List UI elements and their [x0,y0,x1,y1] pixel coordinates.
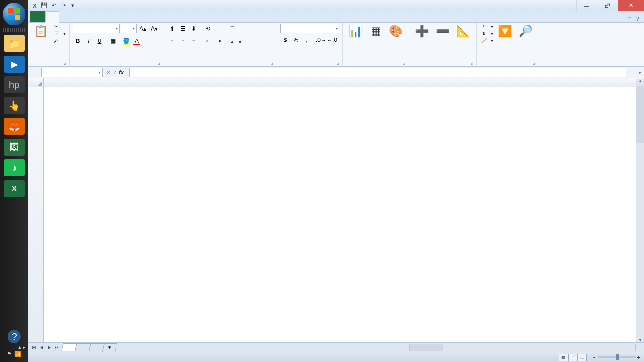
fill-button[interactable]: ⬇ ▾ [479,31,494,37]
cancel-formula-icon[interactable]: ✕ [107,69,111,75]
font-color-button[interactable]: A [132,36,142,46]
file-tab[interactable] [30,11,45,22]
taskbar-media-player[interactable]: ▶ [4,56,25,73]
decrease-decimal-icon[interactable]: ←.0 [327,35,337,45]
tab-review[interactable] [112,11,125,22]
taskbar-help[interactable]: ? [8,330,21,343]
cut-button[interactable]: ✂ [52,24,66,30]
svg-rect-2 [8,15,14,20]
wrap-text-button[interactable]: ↩ [228,24,242,30]
page-break-view-icon[interactable]: ▭ [578,354,587,361]
tab-data[interactable] [99,11,112,22]
sheet-tabs-bar: ⏮ ◀ ▶ ⏭ ✶ [28,342,644,352]
zoom-out-icon[interactable]: − [593,354,595,360]
ribbon-group-font: A▴ A▾ B I U ▦ 🪣 A [70,23,164,66]
format-as-table-button[interactable]: ▦ [366,24,385,40]
first-sheet-icon[interactable]: ⏮ [30,345,38,350]
border-button[interactable]: ▦ [107,36,118,46]
copy-button[interactable]: 📄 ▾ [52,31,66,37]
minimize-button[interactable]: — [576,0,597,11]
decrease-font-icon[interactable]: A▾ [149,24,159,34]
delete-cells-button[interactable]: ➖ [433,24,453,40]
vertical-scrollbar[interactable] [636,79,644,342]
redo-icon[interactable]: ↷ [59,2,67,9]
ribbon-group-editing: Σ ▾ ⬇ ▾ 🧹 ▾ 🔽 🔎 [477,23,538,66]
normal-view-icon[interactable]: ▦ [559,354,568,361]
insert-cells-button[interactable]: ➕ [412,24,432,40]
increase-indent-icon[interactable]: ⇥ [214,36,224,46]
formula-bar: ✕ ✓ fx ▾ [28,67,644,78]
name-box[interactable] [41,68,103,77]
fx-icon[interactable]: fx [119,69,124,75]
format-painter-button[interactable]: 🖌 [52,38,66,44]
zoom-slider[interactable] [598,356,636,358]
taskbar-show-hidden[interactable]: ▲ ▸ [0,345,28,350]
ribbon-minimize-icon[interactable]: ⌃ [627,16,632,22]
cells-area[interactable] [44,87,644,342]
align-bottom-icon[interactable]: ⬇ [189,24,199,34]
comma-icon[interactable]: , [302,35,312,45]
tray-icons[interactable]: ⚑📶 [6,350,22,358]
expand-formula-bar[interactable]: ▾ [636,70,644,75]
format-cells-button[interactable]: 📐 [454,24,473,40]
cell-styles-button[interactable]: 🎨 [386,24,406,40]
formula-input[interactable] [129,68,626,77]
maximize-button[interactable]: 🗗 [597,0,618,11]
taskbar-excel[interactable]: X [4,180,25,197]
align-center-icon[interactable]: ≡ [178,36,188,46]
new-sheet-icon: ✶ [107,345,112,351]
clear-button[interactable]: 🧹 ▾ [479,38,494,44]
percent-icon[interactable]: % [291,35,301,45]
italic-button[interactable]: I [83,36,94,46]
taskbar-spotify[interactable]: ♪ [4,159,25,176]
prev-sheet-icon[interactable]: ◀ [38,345,45,350]
save-icon[interactable]: 💾 [41,2,48,9]
taskbar-photos[interactable]: 🖼 [4,139,25,156]
help-icon[interactable]: ? [636,16,639,22]
start-button[interactable] [3,3,25,25]
number-format-combo[interactable] [280,24,339,33]
select-all-corner[interactable] [28,78,44,87]
tab-view[interactable] [125,11,139,22]
undo-icon[interactable]: ↶ [50,2,58,9]
autosum-button[interactable]: Σ ▾ [479,24,494,30]
fill-color-button[interactable]: 🪣 [121,36,131,46]
last-sheet-icon[interactable]: ⏭ [53,345,60,350]
currency-icon[interactable]: $ [280,35,290,45]
tab-page-layout[interactable] [73,11,86,22]
taskbar-firefox[interactable]: 🦊 [4,118,25,135]
font-name-combo[interactable] [73,24,120,33]
align-right-icon[interactable]: ≡ [189,36,199,46]
taskbar-explorer[interactable]: 📁 [4,35,25,52]
font-size-combo[interactable] [121,24,137,33]
flag-icon: ⚑ [7,351,12,357]
tab-home[interactable] [45,11,59,23]
zoom-control[interactable]: − + [591,354,640,360]
align-left-icon[interactable]: ≡ [167,36,177,46]
next-sheet-icon[interactable]: ▶ [45,345,53,350]
enter-formula-icon[interactable]: ✓ [113,69,117,75]
taskbar-hp[interactable]: hp [4,76,25,93]
orientation-icon[interactable]: ⟲ [203,24,213,34]
align-middle-icon[interactable]: ☰ [178,24,188,34]
conditional-formatting-button[interactable]: 📊 [346,24,365,40]
paste-button[interactable]: 📋 ▾ [31,24,51,44]
horizontal-scrollbar[interactable] [409,344,636,351]
zoom-in-icon[interactable]: + [637,354,640,360]
sort-filter-button[interactable]: 🔽 [495,24,515,40]
new-sheet-tab[interactable]: ✶ [102,343,117,352]
tab-insert[interactable] [59,11,73,22]
qat-customize-icon[interactable]: ▾ [69,2,76,9]
close-button[interactable]: ✕ [618,0,644,11]
decrease-indent-icon[interactable]: ⇤ [203,36,213,46]
merge-center-button[interactable]: ⬌ ▾ [228,39,242,45]
increase-font-icon[interactable]: A▴ [138,24,148,34]
page-layout-view-icon[interactable]: 📄 [568,354,578,361]
underline-button[interactable]: U [94,36,105,46]
taskbar-touch[interactable]: 👆 [4,97,25,114]
increase-decimal-icon[interactable]: .0→ [316,35,326,45]
align-top-icon[interactable]: ⬆ [167,24,177,34]
bold-button[interactable]: B [73,36,83,46]
tab-formulas[interactable] [86,11,99,22]
find-select-button[interactable]: 🔎 [516,24,536,40]
